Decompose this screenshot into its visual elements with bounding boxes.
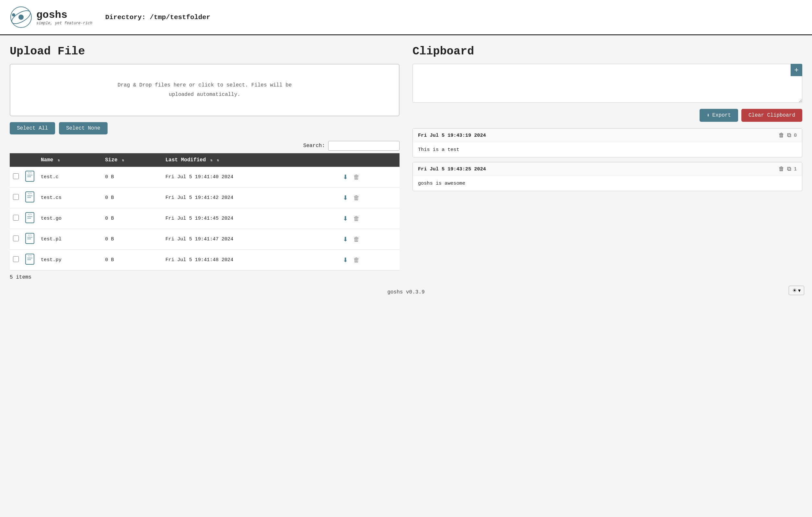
col-file-icon [22, 153, 37, 167]
row-checkbox-cell [10, 167, 22, 188]
theme-toggle-button[interactable]: ☀ ▾ [789, 286, 804, 295]
row-actions: ⬇ 🗑 [338, 229, 400, 249]
clipboard-entry: Fri Jul 5 19:43:25 2024 🗑 ⧉ 1 goshs is a… [412, 162, 802, 191]
search-label: Search: [303, 143, 325, 149]
svg-text:</>: </> [28, 172, 32, 174]
col-modified[interactable]: Last Modified ⇅ ⇅ [162, 153, 338, 167]
table-row: </> test.pl 0 B Fri Jul 5 19:41:47 2024 … [10, 229, 400, 249]
row-modified: Fri Jul 5 19:41:40 2024 [162, 167, 338, 188]
theme-arrow-icon: ▾ [798, 287, 801, 294]
app-header: goshs simple, yet feature-rich Directory… [0, 0, 812, 35]
table-row: </> test.c 0 B Fri Jul 5 19:41:40 2024 ⬇… [10, 167, 400, 188]
download-button-2[interactable]: ⬇ [343, 215, 348, 222]
clipboard-entry-body-0: This is a test [413, 142, 802, 157]
row-actions: ⬇ 🗑 [338, 187, 400, 208]
row-size: 0 B [102, 229, 162, 249]
svg-rect-17 [27, 237, 32, 238]
row-checkbox-0[interactable] [13, 173, 19, 179]
delete-button-0[interactable]: 🗑 [353, 174, 360, 181]
file-table-body: </> test.c 0 B Fri Jul 5 19:41:40 2024 ⬇… [10, 167, 400, 271]
row-checkbox-3[interactable] [13, 236, 19, 241]
row-checkbox-cell [10, 249, 22, 270]
clipboard-entry-body-1: goshs is awesome [413, 176, 802, 191]
download-button-3[interactable]: ⬇ [343, 236, 348, 243]
row-size: 0 B [102, 167, 162, 188]
clipboard-entry-num-0: 0 [794, 132, 797, 138]
file-code-icon: </> [25, 171, 34, 182]
clipboard-entry-time-0: Fri Jul 5 19:43:19 2024 [418, 132, 486, 138]
row-checkbox-cell [10, 208, 22, 229]
search-input[interactable] [328, 141, 400, 151]
svg-text:</>: </> [28, 234, 32, 237]
export-icon: ⬇ [707, 112, 710, 119]
file-code-icon: </> [25, 233, 34, 244]
clipboard-action-buttons: ⬇ Export Clear Clipboard [412, 109, 802, 122]
delete-button-1[interactable]: 🗑 [353, 194, 360, 202]
table-header: Name ⇅ Size ⇅ Last Modified ⇅ ⇅ [10, 153, 400, 167]
app-tagline: simple, yet feature-rich [36, 21, 92, 26]
row-size: 0 B [102, 187, 162, 208]
clipboard-title: Clipboard [412, 45, 802, 58]
row-actions: ⬇ 🗑 [338, 167, 400, 188]
row-modified: Fri Jul 5 19:41:42 2024 [162, 187, 338, 208]
clipboard-copy-button-1[interactable]: ⧉ [787, 165, 791, 172]
logo-area: goshs simple, yet feature-rich [10, 6, 92, 29]
row-checkbox-1[interactable] [13, 194, 19, 200]
download-button-1[interactable]: ⬇ [343, 194, 348, 202]
row-icon-cell: </> [22, 167, 37, 188]
download-button-4[interactable]: ⬇ [343, 256, 348, 264]
row-icon-cell: </> [22, 208, 37, 229]
file-code-icon: </> [25, 212, 34, 223]
clipboard-entry-time-1: Fri Jul 5 19:43:25 2024 [418, 166, 486, 172]
svg-rect-5 [27, 175, 32, 176]
row-checkbox-2[interactable] [13, 215, 19, 221]
modified-sort-icon2: ⇅ [217, 158, 219, 162]
clipboard-delete-button-1[interactable]: 🗑 [779, 165, 784, 172]
modified-sort-icon: ⇅ [210, 158, 212, 162]
row-icon-cell: </> [22, 249, 37, 270]
export-button[interactable]: ⬇ Export [700, 109, 738, 122]
svg-text:</>: </> [28, 213, 32, 216]
file-code-icon: </> [25, 254, 34, 265]
upload-dropzone[interactable]: Drag & Drop files here or click to selec… [10, 64, 400, 116]
clipboard-delete-button-0[interactable]: 🗑 [779, 132, 784, 139]
row-modified: Fri Jul 5 19:41:48 2024 [162, 249, 338, 270]
select-all-button[interactable]: Select All [10, 122, 55, 134]
clipboard-entry-header-0: Fri Jul 5 19:43:19 2024 🗑 ⧉ 0 [413, 129, 802, 142]
delete-button-3[interactable]: 🗑 [353, 236, 360, 243]
upload-title: Upload File [10, 45, 400, 58]
search-row: Search: [10, 141, 400, 151]
clipboard-entries: Fri Jul 5 19:43:19 2024 🗑 ⧉ 0 This is a … [412, 128, 802, 191]
left-panel: Upload File Drag & Drop files here or cl… [10, 45, 400, 280]
clipboard-entry-actions-1: 🗑 ⧉ 1 [779, 165, 797, 172]
app-footer: goshs v0.3.9 ☀ ▾ [0, 283, 812, 301]
right-panel: Clipboard + ⬇ Export Clear Clipboard Fri… [412, 45, 802, 280]
svg-rect-13 [27, 216, 32, 217]
clear-clipboard-button[interactable]: Clear Clipboard [742, 109, 802, 122]
delete-button-2[interactable]: 🗑 [353, 215, 360, 222]
svg-text:</>: </> [28, 254, 32, 257]
select-none-button[interactable]: Select None [59, 122, 108, 134]
svg-rect-14 [27, 218, 31, 219]
col-size[interactable]: Size ⇅ [102, 153, 162, 167]
delete-button-4[interactable]: 🗑 [353, 256, 360, 264]
file-code-icon: </> [25, 191, 34, 203]
col-actions [338, 153, 400, 167]
directory-label: Directory: /tmp/testfolder [105, 13, 210, 21]
clipboard-copy-button-0[interactable]: ⧉ [787, 132, 791, 139]
row-checkbox-4[interactable] [13, 256, 19, 262]
name-sort-icon: ⇅ [58, 158, 60, 162]
row-name: test.c [37, 167, 102, 188]
theme-icon: ☀ [792, 287, 797, 294]
items-count: 5 items [10, 274, 400, 280]
col-name[interactable]: Name ⇅ [37, 153, 102, 167]
download-button-0[interactable]: ⬇ [343, 173, 348, 181]
clipboard-expand-button[interactable]: + [791, 64, 802, 76]
clipboard-textarea[interactable] [412, 64, 802, 103]
svg-point-3 [12, 13, 15, 17]
row-name: test.py [37, 249, 102, 270]
svg-point-2 [19, 14, 24, 20]
table-row: </> test.py 0 B Fri Jul 5 19:41:48 2024 … [10, 249, 400, 270]
table-row: </> test.cs 0 B Fri Jul 5 19:41:42 2024 … [10, 187, 400, 208]
svg-text:</>: </> [28, 192, 32, 195]
